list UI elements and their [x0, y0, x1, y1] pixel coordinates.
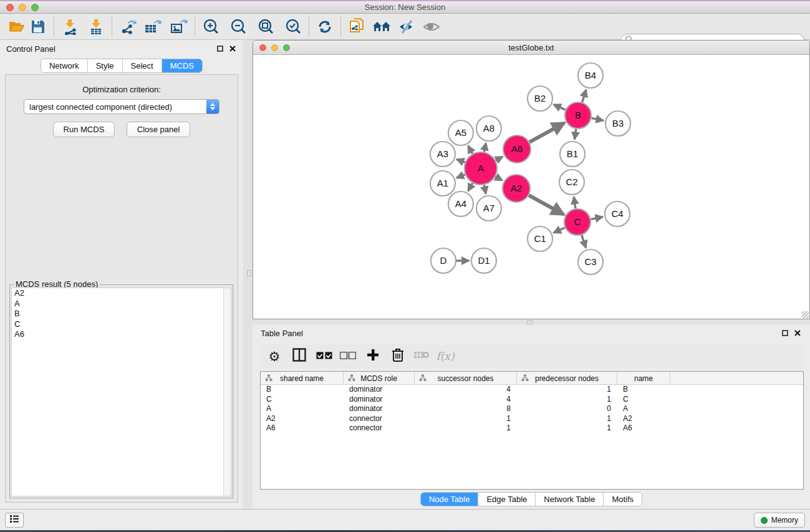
hide-graphics-details-button[interactable]	[397, 17, 416, 37]
edge-A6-B[interactable]	[529, 123, 564, 142]
ndex-button[interactable]	[347, 17, 366, 37]
graph-node-D1[interactable]: D1	[471, 248, 496, 273]
edge-C-C4[interactable]	[591, 217, 603, 220]
tab-network[interactable]: Network	[41, 59, 88, 72]
mcds-result-list[interactable]: A2ABCA6	[11, 288, 231, 496]
tab-network-table[interactable]: Network Table	[536, 493, 604, 506]
graph-node-B1[interactable]: B1	[560, 142, 585, 167]
optimization-criterion-select[interactable]: largest connected component (directed)	[24, 99, 219, 114]
table-cell[interactable]: connector	[344, 414, 415, 424]
tab-node-table[interactable]: Node Table	[421, 493, 479, 506]
column-header-predecessor-nodes[interactable]: predecessor nodes	[517, 372, 617, 385]
import-network-button[interactable]	[60, 17, 79, 37]
table-cell[interactable]: C	[261, 395, 344, 405]
open-file-button[interactable]	[7, 17, 26, 37]
table-cell[interactable]: dominator	[344, 404, 415, 414]
create-column-button[interactable]	[362, 346, 383, 366]
zoom-in-button[interactable]	[201, 17, 220, 37]
table-cell[interactable]: B	[261, 385, 344, 395]
task-history-button[interactable]	[5, 513, 24, 528]
table-cell[interactable]: dominator	[344, 395, 415, 405]
node-table[interactable]: shared nameMCDS rolesuccessor nodesprede…	[260, 371, 804, 490]
tab-motifs[interactable]: Motifs	[604, 493, 642, 506]
table-cell[interactable]: A	[617, 404, 670, 414]
table-row[interactable]: Cdominator41C	[261, 395, 803, 405]
edge-A-A6[interactable]	[496, 157, 503, 160]
table-cell[interactable]: 1	[517, 423, 617, 433]
graph-node-D[interactable]: D	[431, 248, 456, 273]
table-row[interactable]: A6connector11A6	[261, 423, 803, 433]
close-panel-button[interactable]: Close panel	[127, 122, 191, 137]
import-table-button[interactable]	[87, 17, 105, 37]
table-cell[interactable]: 0	[517, 404, 617, 414]
graph-node-B4[interactable]: B4	[578, 63, 603, 88]
graph-node-A5[interactable]: A5	[448, 120, 473, 145]
show-columns-button[interactable]	[289, 346, 310, 366]
column-header-successor-nodes[interactable]: successor nodes	[415, 372, 517, 385]
network-canvas[interactable]: B4B2BB3A8A5A6A3B1AC2A1A2A4A7C4CC1C3DD1	[253, 55, 809, 319]
graph-node-B3[interactable]: B3	[605, 111, 630, 136]
window-titlebar[interactable]: Session: New Session	[0, 1, 810, 14]
graph-node-B2[interactable]: B2	[528, 86, 552, 111]
edge-B-B4[interactable]	[582, 90, 586, 102]
table-cell[interactable]: 4	[415, 385, 517, 395]
select-all-rows-button[interactable]	[314, 346, 335, 366]
edge-C-C3[interactable]	[582, 235, 586, 248]
edge-A-A8[interactable]	[484, 143, 486, 152]
edge-B-B2[interactable]	[554, 105, 566, 110]
graph-node-A7[interactable]: A7	[476, 196, 501, 221]
column-header-shared-name[interactable]: shared name	[261, 372, 344, 385]
graph-node-A4[interactable]: A4	[448, 191, 473, 216]
tab-mcds[interactable]: MCDS	[162, 59, 202, 72]
table-cell[interactable]: 1	[517, 385, 617, 395]
graph-node-A3[interactable]: A3	[430, 142, 455, 167]
table-cell[interactable]: 1	[517, 395, 617, 405]
column-header-name[interactable]: name	[617, 372, 670, 385]
graph-node-C3[interactable]: C3	[578, 249, 603, 274]
edge-A-A7[interactable]	[484, 185, 486, 193]
graph-node-A8[interactable]: A8	[476, 116, 501, 141]
graph-node-A2[interactable]: A2	[503, 175, 530, 202]
edge-A-A3[interactable]	[456, 159, 465, 162]
table-cell[interactable]: A6	[617, 423, 670, 433]
float-panel-icon[interactable]	[781, 329, 789, 337]
table-cell[interactable]: A2	[617, 414, 670, 424]
table-cell[interactable]: 1	[415, 423, 517, 433]
tab-select[interactable]: Select	[123, 59, 162, 72]
select-stepper-icon[interactable]	[206, 100, 219, 114]
graph-node-B[interactable]: B	[565, 102, 591, 128]
save-session-button[interactable]	[29, 17, 47, 37]
table-cell[interactable]: 1	[415, 414, 517, 424]
table-cell[interactable]: 1	[517, 414, 617, 424]
graph-node-A[interactable]: A	[465, 152, 497, 185]
table-cell[interactable]: A6	[261, 423, 344, 433]
resize-grip-icon[interactable]	[802, 311, 809, 318]
refresh-button[interactable]	[316, 17, 334, 37]
graph-node-A1[interactable]: A1	[430, 171, 455, 196]
zoom-fit-button[interactable]	[256, 17, 275, 37]
scrollbar-track[interactable]	[223, 288, 231, 496]
graph-node-C1[interactable]: C1	[528, 226, 552, 251]
column-header-MCDS-role[interactable]: MCDS role	[344, 372, 415, 385]
table-cell[interactable]: C	[617, 395, 670, 405]
memory-button[interactable]: Memory	[754, 513, 805, 528]
close-panel-icon[interactable]	[793, 329, 802, 337]
tab-edge-table[interactable]: Edge Table	[478, 493, 536, 506]
mcds-result-item[interactable]: A2	[12, 288, 231, 299]
delete-column-button[interactable]	[387, 346, 408, 366]
edge-A-A1[interactable]	[456, 175, 465, 178]
table-row[interactable]: A2connector11A2	[261, 414, 803, 424]
table-cell[interactable]: B	[617, 385, 670, 395]
delete-table-button[interactable]	[411, 346, 432, 366]
mcds-result-item[interactable]: A	[12, 299, 231, 309]
edge-A-A4[interactable]	[468, 183, 473, 191]
table-row[interactable]: Bdominator41B	[261, 385, 803, 395]
graph-node-A6[interactable]: A6	[503, 135, 531, 163]
mcds-result-item[interactable]: A6	[12, 329, 231, 340]
zoom-selected-button[interactable]	[284, 17, 302, 37]
graph-node-C4[interactable]: C4	[605, 201, 630, 226]
zoom-out-button[interactable]	[229, 17, 248, 37]
graph-node-C2[interactable]: C2	[559, 170, 584, 195]
table-cell[interactable]: 4	[415, 395, 517, 405]
float-panel-icon[interactable]	[216, 44, 224, 53]
